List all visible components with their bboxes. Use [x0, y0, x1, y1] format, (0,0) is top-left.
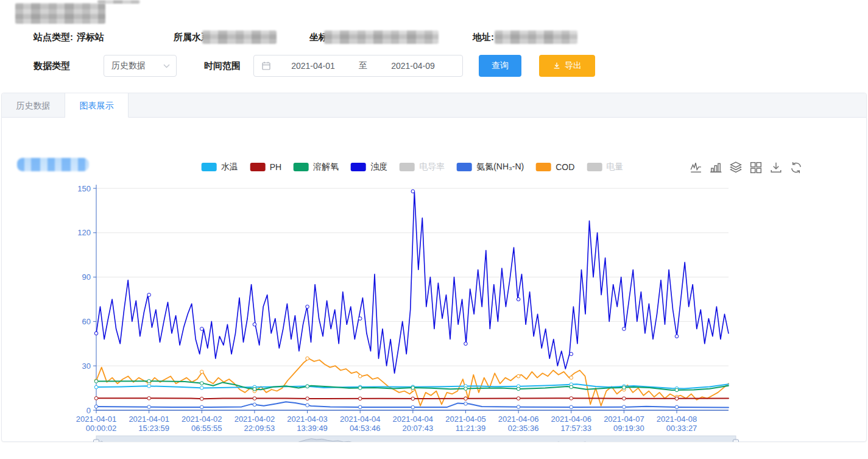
date-range-separator: 至 — [355, 60, 371, 71]
svg-text:15:23:59: 15:23:59 — [138, 424, 169, 433]
data-type-selected-value: 历史数据 — [111, 60, 146, 71]
series-line-浊度[interactable] — [96, 191, 729, 373]
svg-text:30: 30 — [82, 361, 91, 371]
station-name-blur — [15, 3, 105, 24]
svg-text:02:35:36: 02:35:36 — [508, 424, 539, 433]
query-button[interactable]: 查询 — [479, 55, 521, 77]
svg-text:06:55:55: 06:55:55 — [191, 424, 222, 433]
svg-text:90: 90 — [82, 272, 91, 282]
tab-history-data[interactable]: 历史数据 — [2, 93, 65, 118]
tab-chart-display[interactable]: 图表展示 — [65, 93, 129, 118]
svg-text:2021-04-04: 2021-04-04 — [340, 415, 381, 424]
station-type-field: 站点类型: 浮标站 — [34, 32, 104, 43]
svg-text:09:19:30: 09:19:30 — [613, 424, 644, 433]
svg-text:2021-04-02: 2021-04-02 — [235, 415, 275, 424]
data-type-select[interactable]: 历史数据 — [104, 55, 177, 77]
chart-canvas[interactable]: 03060901201502021-04-0100:00:022021-04-0… — [2, 165, 868, 442]
chart-area: 水温PH溶解氧浊度电导率氨氮(NH₃-N)COD电量 0306090120150… — [2, 118, 866, 442]
svg-text:00:33:27: 00:33:27 — [666, 424, 697, 433]
svg-text:00:00:02: 00:00:02 — [86, 424, 117, 433]
tab-bar: 历史数据 图表展示 — [2, 93, 866, 118]
datazoom-handle-left[interactable] — [94, 439, 99, 442]
water-system-value-blur — [202, 30, 277, 44]
address-label: 地址: — [473, 32, 494, 43]
svg-text:2021-04-06: 2021-04-06 — [551, 415, 592, 424]
page-root: { "header": { "station_type_label": "站点类… — [0, 0, 868, 459]
svg-text:2021-04-06: 2021-04-06 — [498, 415, 539, 424]
svg-text:13:39:49: 13:39:49 — [297, 424, 328, 433]
svg-text:0: 0 — [86, 406, 91, 415]
svg-text:2021-04-01: 2021-04-01 — [76, 415, 117, 424]
svg-text:2021-04-05: 2021-04-05 — [445, 415, 486, 424]
svg-text:04:53:46: 04:53:46 — [350, 424, 381, 433]
date-end-value[interactable]: 2021-04-09 — [371, 61, 455, 71]
data-type-label: 数据类型 — [34, 60, 70, 72]
station-type-value: 浮标站 — [77, 32, 104, 43]
svg-text:2021-04-01: 2021-04-01 — [129, 415, 169, 424]
datazoom-handle-right[interactable] — [733, 439, 739, 442]
svg-text:2021-04-07: 2021-04-07 — [604, 415, 644, 424]
svg-text:2021-04-08: 2021-04-08 — [657, 415, 697, 424]
svg-text:17:57:33: 17:57:33 — [560, 424, 591, 433]
address-value-blur — [495, 30, 577, 44]
station-type-label: 站点类型: — [34, 32, 73, 43]
svg-text:2021-04-04: 2021-04-04 — [393, 415, 434, 424]
coordinate-value-blur — [324, 30, 439, 44]
export-button[interactable]: 导出 — [539, 55, 595, 77]
date-start-value[interactable]: 2021-04-01 — [271, 61, 355, 71]
query-button-label: 查询 — [492, 60, 509, 71]
svg-text:60: 60 — [82, 317, 91, 326]
export-button-label: 导出 — [565, 60, 582, 71]
svg-text:20:07:43: 20:07:43 — [403, 424, 434, 433]
svg-text:22:09:53: 22:09:53 — [244, 424, 275, 433]
export-download-icon — [552, 62, 561, 70]
calendar-icon — [261, 61, 271, 71]
svg-text:2021-04-02: 2021-04-02 — [182, 415, 222, 424]
svg-text:120: 120 — [77, 228, 91, 237]
svg-text:2021-04-03: 2021-04-03 — [287, 415, 328, 424]
svg-text:11:21:39: 11:21:39 — [456, 424, 486, 433]
date-range-input[interactable]: 2021-04-01 至 2021-04-09 — [253, 55, 463, 77]
time-range-label: 时间范围 — [204, 60, 241, 72]
chevron-down-icon — [163, 64, 170, 68]
svg-text:150: 150 — [77, 184, 91, 193]
content-panel: 历史数据 图表展示 水温PH溶解氧浊度电导率氨氮(NH₃-N)COD电量 030… — [1, 93, 867, 442]
